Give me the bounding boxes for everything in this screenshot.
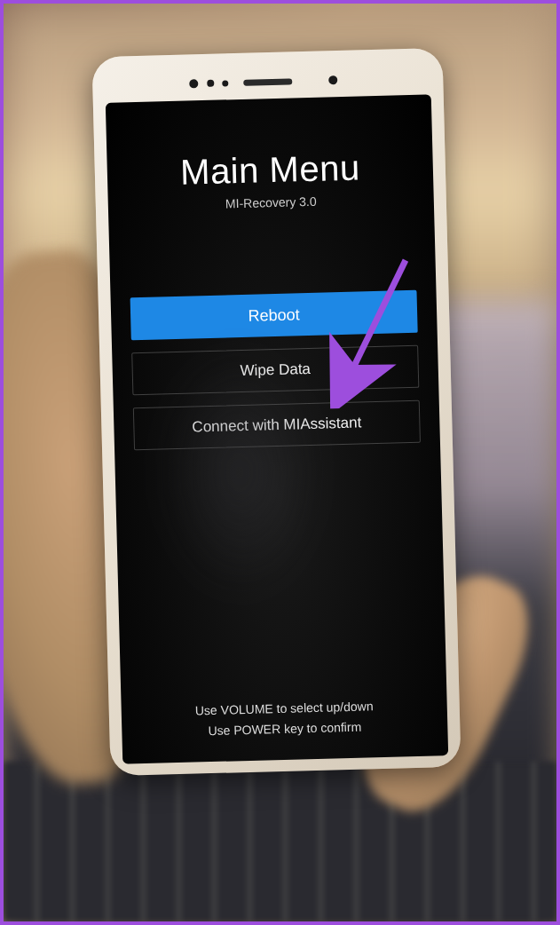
help-line-2: Use POWER key to confirm [195,716,374,741]
sensor-dot-icon [207,80,214,87]
phone-device: Main Menu MI-Recovery 3.0 Reboot Wipe Da… [91,48,461,776]
help-text: Use VOLUME to select up/down Use POWER k… [195,696,375,740]
reboot-button-label: Reboot [248,305,300,326]
camera-dot-icon [328,75,337,84]
speaker-grille-icon [243,78,292,85]
page-title: Main Menu [180,147,360,192]
svg-line-0 [343,260,409,382]
annotation-arrow-icon [321,246,432,412]
phone-screen: Main Menu MI-Recovery 3.0 Reboot Wipe Da… [106,94,448,763]
screen-reflection [156,346,322,599]
page-subtitle: MI-Recovery 3.0 [225,194,317,211]
camera-dot-icon [189,79,198,88]
sensor-dot-icon [222,80,228,86]
